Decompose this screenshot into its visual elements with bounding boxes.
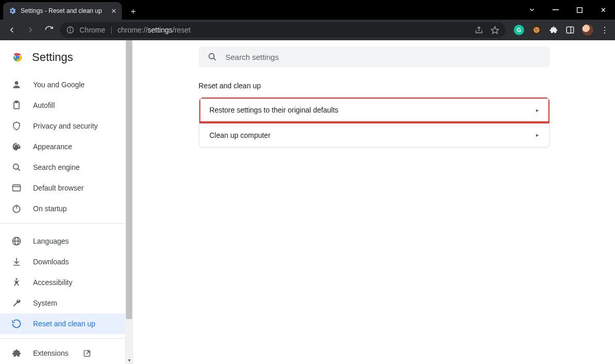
chevron-right-icon: ▸	[536, 132, 539, 138]
svg-point-18	[13, 164, 19, 169]
sidebar-item-label: Reset and clean up	[33, 320, 96, 328]
row-clean-up-computer[interactable]: Clean up computer ▸	[199, 122, 549, 147]
settings-card: Restore settings to their original defau…	[199, 97, 550, 148]
extensions-puzzle-icon[interactable]	[549, 25, 558, 35]
browser-toolbar: Chrome | chrome://settings/reset G ⋮	[0, 20, 615, 40]
restore-icon	[11, 319, 22, 329]
section-title: Reset and clean up	[199, 82, 550, 90]
svg-rect-4	[70, 29, 70, 31]
extension-grammarly-icon[interactable]: G	[514, 25, 524, 35]
sidebar-item-label: Default browser	[33, 184, 84, 192]
sidebar-item-on-startup[interactable]: On startup	[0, 198, 133, 219]
sidebar-item-label: Appearance	[33, 143, 72, 151]
scroll-down-arrow-icon[interactable]: ▾	[125, 356, 133, 364]
palette-icon	[11, 141, 22, 152]
row-label: Clean up computer	[210, 131, 271, 139]
sidebar-item-label: You and Google	[33, 81, 85, 89]
sidebar-item-reset[interactable]: Reset and clean up	[0, 313, 133, 334]
site-info-icon[interactable]	[66, 26, 74, 34]
power-icon	[11, 203, 22, 214]
tab-title: Settings - Reset and clean up	[21, 7, 102, 14]
sidebar-item-label: System	[33, 299, 57, 307]
page-content: Settings You and Google Autofill Privacy…	[0, 40, 615, 364]
clipboard-icon	[11, 100, 22, 110]
svg-point-9	[536, 31, 537, 32]
extension-cookie-icon[interactable]	[531, 25, 542, 35]
window-controls: ✕	[520, 0, 615, 20]
sidebar-item-label: Downloads	[33, 258, 69, 266]
sidebar-item-default-browser[interactable]: Default browser	[0, 178, 133, 198]
main-panel: Search settings Reset and clean up Resto…	[133, 40, 615, 364]
browser-window-icon	[11, 183, 22, 193]
svg-point-7	[535, 28, 536, 29]
svg-line-31	[213, 58, 215, 60]
open-external-icon	[83, 349, 91, 358]
back-button[interactable]	[4, 22, 20, 38]
browser-tab[interactable]: Settings - Reset and clean up ✕	[3, 2, 122, 20]
svg-rect-17	[15, 101, 18, 103]
site-label: Chrome	[80, 26, 105, 34]
chevron-down-icon[interactable]	[520, 0, 544, 20]
url-text: chrome://settings/reset	[117, 26, 191, 34]
new-tab-button[interactable]: ＋	[126, 4, 140, 19]
close-window-button[interactable]: ✕	[591, 0, 615, 20]
reload-button[interactable]	[41, 22, 57, 38]
extensions-area: G ⋮	[509, 24, 611, 36]
sidebar-item-appearance[interactable]: Appearance	[0, 136, 133, 157]
svg-rect-10	[566, 27, 574, 33]
svg-point-30	[209, 54, 214, 59]
bookmark-icon[interactable]	[491, 26, 499, 35]
sidebar-item-privacy[interactable]: Privacy and security	[0, 116, 133, 136]
divider	[0, 223, 133, 224]
sidebar-item-label: Autofill	[33, 101, 55, 109]
sidebar-scrollbar[interactable]: ▾	[125, 40, 133, 364]
scrollbar-thumb[interactable]	[126, 40, 132, 319]
shield-icon	[11, 121, 22, 131]
svg-point-28	[15, 278, 17, 280]
address-bar[interactable]: Chrome | chrome://settings/reset	[60, 22, 506, 38]
download-icon	[11, 257, 22, 267]
forward-button[interactable]	[23, 22, 38, 38]
divider	[0, 338, 133, 339]
sidebar-item-extensions[interactable]: Extensions	[0, 343, 133, 363]
minimize-button[interactable]	[544, 0, 567, 20]
sidebar-item-label: Extensions	[33, 349, 68, 357]
sidebar-item-accessibility[interactable]: Accessibility	[0, 272, 133, 293]
wrench-icon	[11, 298, 22, 308]
browser-menu-icon[interactable]: ⋮	[601, 25, 609, 35]
chrome-logo-icon	[11, 51, 24, 64]
nav-group-1: You and Google Autofill Privacy and secu…	[0, 71, 133, 219]
svg-marker-5	[491, 26, 498, 33]
nav-group-2: Languages Downloads Accessibility System…	[0, 228, 133, 334]
sidebar-item-languages[interactable]: Languages	[0, 231, 133, 251]
sidebar-item-label: On startup	[33, 204, 67, 213]
row-restore-defaults[interactable]: Restore settings to their original defau…	[199, 98, 549, 122]
row-label: Restore settings to their original defau…	[210, 106, 339, 114]
sidebar-item-label: Privacy and security	[33, 122, 98, 130]
search-icon	[207, 52, 217, 62]
sidebar-item-you-and-google[interactable]: You and Google	[0, 74, 133, 95]
person-icon	[11, 80, 22, 90]
accessibility-icon	[11, 277, 22, 288]
page-title: Settings	[32, 51, 73, 64]
sidebar-item-label: Search engine	[33, 163, 80, 171]
maximize-button[interactable]	[567, 0, 591, 20]
svg-point-3	[70, 28, 71, 29]
svg-rect-20	[13, 185, 21, 191]
side-panel-icon[interactable]	[565, 25, 575, 35]
sidebar-item-autofill[interactable]: Autofill	[0, 95, 133, 116]
settings-search-input[interactable]: Search settings	[199, 46, 550, 67]
svg-point-6	[533, 27, 540, 33]
share-icon[interactable]	[475, 26, 483, 35]
svg-line-19	[18, 169, 20, 171]
globe-icon	[11, 236, 22, 246]
titlebar: Settings - Reset and clean up ✕ ＋ ✕	[0, 0, 615, 20]
sidebar-item-search-engine[interactable]: Search engine	[0, 157, 133, 178]
puzzle-icon	[11, 348, 22, 358]
chevron-right-icon: ▸	[536, 107, 539, 114]
sidebar-item-downloads[interactable]: Downloads	[0, 251, 133, 272]
svg-rect-1	[577, 7, 582, 12]
sidebar-item-system[interactable]: System	[0, 293, 133, 313]
profile-avatar[interactable]	[582, 24, 593, 36]
close-tab-icon[interactable]: ✕	[111, 8, 117, 14]
